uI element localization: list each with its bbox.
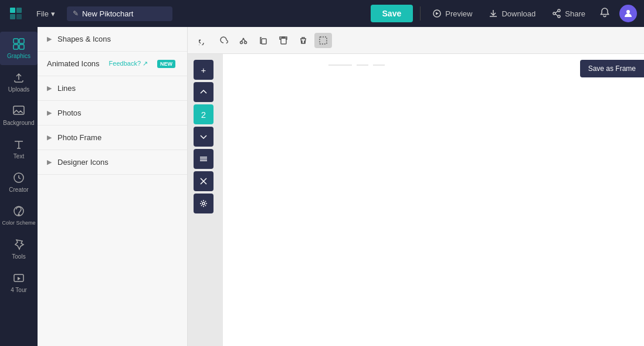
sidebar-item-color-scheme[interactable]: Color Scheme — [0, 199, 38, 232]
svg-rect-12 — [19, 45, 24, 49]
svg-point-5 — [558, 9, 560, 12]
cursor-position — [282, 145, 286, 150]
add-slide-button[interactable]: + — [194, 60, 213, 80]
panel-item-lines[interactable]: ▶ Lines — [38, 76, 187, 101]
svg-rect-3 — [16, 14, 22, 19]
sidebar-item-uploads[interactable]: Uploads — [0, 65, 38, 99]
save-as-frame-button[interactable]: Save as Frame — [580, 60, 644, 77]
cut-button[interactable] — [235, 33, 252, 48]
svg-point-6 — [553, 12, 555, 15]
undo-button[interactable] — [195, 33, 212, 48]
svg-rect-0 — [10, 8, 15, 13]
share-button[interactable]: Share — [547, 6, 590, 21]
expand-down-button[interactable] — [194, 127, 213, 147]
svg-point-8 — [626, 10, 630, 13]
svg-point-16 — [18, 214, 19, 215]
arrow-icon: ▶ — [47, 35, 52, 43]
sidebar-panel: ▶ Shapes & Icons Animated Icons Feedback… — [38, 27, 188, 346]
file-menu-button[interactable]: File ▾ — [32, 7, 60, 21]
header-divider — [420, 6, 421, 21]
svg-point-7 — [558, 15, 560, 18]
sidebar-item-creator[interactable]: Creator — [0, 165, 38, 199]
sidebar-item-background[interactable]: Background — [0, 99, 38, 132]
arrow-icon: ▶ — [47, 109, 52, 117]
canvas-tools: + 2 — [194, 60, 213, 213]
sidebar-icons: Graphics Uploads Background Text — [0, 27, 38, 346]
arrow-icon: ▶ — [47, 134, 52, 141]
avatar[interactable] — [619, 5, 637, 22]
panel-item-shapes-icons[interactable]: ▶ Shapes & Icons — [38, 27, 187, 52]
preview-button[interactable]: Preview — [428, 6, 477, 21]
slide-number-button[interactable]: 2 — [194, 104, 213, 124]
pencil-icon: ✎ — [73, 9, 79, 18]
app-container: File ▾ ✎ New Piktochart Save Preview Dow… — [0, 0, 644, 346]
close-canvas-button[interactable] — [194, 171, 213, 191]
new-badge: NEW — [157, 60, 175, 68]
sidebar-item-graphics[interactable]: Graphics — [0, 32, 38, 65]
sidebar-item-tour[interactable]: 4 Tour — [0, 266, 38, 299]
redo-button[interactable] — [215, 33, 232, 48]
document-title-input[interactable]: ✎ New Piktochart — [67, 6, 172, 21]
svg-rect-10 — [19, 39, 24, 43]
arrow-icon: ▶ — [47, 84, 52, 92]
sidebar-item-text[interactable]: Text — [0, 132, 38, 165]
panel-item-animated-icons[interactable]: Animated Icons Feedback? ↗ NEW — [38, 52, 187, 76]
expand-up-button[interactable] — [194, 82, 213, 102]
svg-rect-1 — [16, 8, 22, 13]
svg-rect-21 — [281, 38, 286, 44]
svg-point-19 — [245, 41, 247, 43]
notifications-button[interactable] — [597, 5, 612, 23]
main-area: Graphics Uploads Background Text — [0, 27, 644, 346]
svg-rect-22 — [320, 37, 327, 44]
sidebar-color-label: Color Scheme — [2, 220, 35, 226]
svg-rect-11 — [13, 45, 18, 49]
svg-rect-9 — [13, 39, 18, 43]
canvas-content[interactable]: + 2 — [188, 54, 644, 346]
svg-point-23 — [202, 202, 205, 205]
canvas-settings-button[interactable] — [194, 194, 213, 213]
ruler-guides — [328, 65, 385, 66]
logo[interactable] — [7, 5, 25, 22]
header: File ▾ ✎ New Piktochart Save Preview Dow… — [0, 0, 644, 27]
delete-button[interactable] — [294, 33, 312, 48]
sidebar-item-tools[interactable]: Tools — [0, 232, 38, 266]
panel-item-photos[interactable]: ▶ Photos — [38, 101, 187, 125]
select-button[interactable] — [314, 33, 332, 48]
toolbar-row — [188, 27, 644, 54]
arrow-icon: ▶ — [47, 158, 52, 166]
save-button[interactable]: Save — [371, 5, 413, 22]
copy-button[interactable] — [255, 33, 272, 48]
canvas-wrapper: + 2 — [188, 27, 644, 346]
align-button[interactable] — [194, 149, 213, 169]
svg-rect-2 — [10, 14, 15, 19]
svg-rect-20 — [262, 39, 266, 44]
download-button[interactable]: Download — [484, 6, 540, 21]
canvas-drawing-area[interactable]: Save as Frame — [223, 54, 644, 346]
panel-item-photo-frame[interactable]: ▶ Photo Frame — [38, 125, 187, 150]
svg-point-18 — [240, 41, 243, 43]
panel-item-designer-icons[interactable]: ▶ Designer Icons — [38, 150, 187, 175]
feedback-link[interactable]: Feedback? ↗ — [109, 60, 148, 67]
paste-button[interactable] — [274, 33, 292, 48]
